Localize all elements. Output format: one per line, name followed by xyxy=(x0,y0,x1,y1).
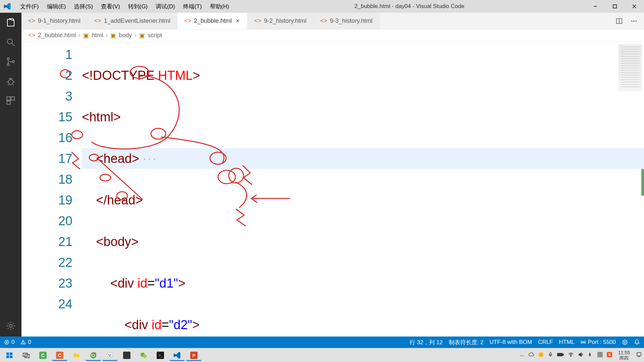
menu-go[interactable]: 转到(G) xyxy=(124,1,152,12)
start-button[interactable] xyxy=(2,350,17,361)
extensions-icon[interactable] xyxy=(5,95,17,107)
tab-9-1-history[interactable]: <> 9-1_history.html xyxy=(21,13,88,29)
status-warnings[interactable]: 0 xyxy=(20,339,31,346)
svg-point-18 xyxy=(636,20,637,22)
status-tab-size[interactable]: 制表符长度: 2 xyxy=(449,339,484,346)
explorer-icon[interactable] xyxy=(5,17,17,29)
tray-notifications-icon[interactable] xyxy=(636,352,642,359)
breadcrumb-html[interactable]: html xyxy=(92,32,103,39)
status-live-server[interactable]: Port : 5500 xyxy=(581,339,616,346)
status-cursor-position[interactable]: 行 32，列 12 xyxy=(410,339,442,346)
file-explorer-icon[interactable] xyxy=(69,350,84,361)
menu-selection[interactable]: 选择(S) xyxy=(70,1,97,12)
wechat-icon[interactable] xyxy=(136,350,151,361)
breadcrumb-script[interactable]: script xyxy=(148,32,162,39)
debug-icon[interactable] xyxy=(5,75,17,87)
svg-point-8 xyxy=(12,61,14,63)
svg-point-6 xyxy=(7,58,9,60)
menu-debug[interactable]: 调试(D) xyxy=(152,1,179,12)
folded-indicator[interactable]: ··· xyxy=(143,152,158,166)
svg-text:C: C xyxy=(41,353,45,358)
more-actions-icon[interactable] xyxy=(629,16,639,26)
svg-point-13 xyxy=(9,324,12,327)
search-icon[interactable] xyxy=(5,36,17,48)
paint-icon[interactable] xyxy=(103,350,117,361)
symbol-icon: ▣ xyxy=(83,32,89,39)
scrollbar-thumb[interactable] xyxy=(641,169,644,196)
tray-volume-icon[interactable] xyxy=(578,352,584,359)
status-bar: 0 0 行 32，列 12 制表符长度: 2 UTF-8 with BOM CR… xyxy=(0,337,644,348)
code-area[interactable]: <!DOCTYPE HTML> <html> <head> ··· </head… xyxy=(82,44,644,337)
breadcrumb-body[interactable]: body xyxy=(119,32,132,39)
svg-point-50 xyxy=(92,354,94,356)
svg-rect-42 xyxy=(23,353,28,356)
breadcrumb-file[interactable]: 2_bubble.html xyxy=(38,32,76,39)
menu-edit[interactable]: 编辑(E) xyxy=(43,1,70,12)
status-encoding[interactable]: UTF-8 with BOM xyxy=(490,339,532,346)
svg-rect-41 xyxy=(10,355,12,358)
title-bar: 文件(F) 编辑(E) 选择(S) 查看(V) 转到(G) 调试(D) 终端(T… xyxy=(0,0,644,13)
camtasia-icon[interactable]: C xyxy=(36,350,50,361)
app-dark-icon[interactable] xyxy=(119,350,134,361)
settings-gear-icon[interactable] xyxy=(5,320,17,332)
minimap[interactable] xyxy=(619,44,642,91)
maximize-button[interactable] xyxy=(605,0,625,13)
tray-sogou-icon[interactable]: S xyxy=(607,352,612,358)
svg-rect-10 xyxy=(7,97,10,100)
task-view-icon[interactable] xyxy=(19,350,34,361)
menu-help[interactable]: 帮助(H) xyxy=(206,1,233,12)
svg-point-52 xyxy=(108,354,110,355)
close-icon[interactable]: ✕ xyxy=(234,18,240,24)
tray-wifi-icon[interactable] xyxy=(568,352,574,359)
tab-2-bubble[interactable]: <> 2_bubble.html ✕ xyxy=(177,13,248,29)
menu-file[interactable]: 文件(F) xyxy=(16,1,43,12)
tray-app-icon[interactable] xyxy=(538,352,544,358)
svg-rect-11 xyxy=(11,97,14,100)
status-notifications-icon[interactable] xyxy=(634,339,640,345)
tray-cloud-icon[interactable] xyxy=(528,352,534,359)
svg-text:P: P xyxy=(193,353,196,358)
menu-terminal[interactable]: 终端(T) xyxy=(179,1,206,12)
vscode-taskbar-icon[interactable] xyxy=(170,350,184,361)
breadcrumb[interactable]: <> 2_bubble.html › ▣ html › ▣ body › ▣ s… xyxy=(21,29,644,42)
status-eol[interactable]: CRLF xyxy=(538,339,553,346)
symbol-icon: ▣ xyxy=(110,32,116,39)
tray-power-icon[interactable] xyxy=(588,352,593,359)
status-language[interactable]: HTML xyxy=(559,339,575,346)
chevron-right-icon: › xyxy=(78,32,80,39)
svg-point-16 xyxy=(631,20,633,22)
tray-mic-icon[interactable] xyxy=(548,352,553,359)
close-button[interactable] xyxy=(625,0,644,13)
svg-point-34 xyxy=(583,342,584,343)
camtasia2-icon[interactable]: C xyxy=(52,350,67,361)
symbol-icon: ▣ xyxy=(139,32,145,39)
taskbar-clock[interactable]: 11:55 周四 xyxy=(616,350,632,361)
svg-rect-1 xyxy=(613,5,616,8)
editor[interactable]: 1 2 3 15 16 17 18 19 20 21 22 23 24 <!DO… xyxy=(21,42,644,337)
svg-rect-38 xyxy=(6,352,9,355)
menu-view[interactable]: 查看(V) xyxy=(97,1,124,12)
status-feedback-icon[interactable] xyxy=(622,339,628,345)
tray-battery-icon[interactable] xyxy=(557,352,564,358)
svg-point-7 xyxy=(7,64,9,66)
tab-9-3-history[interactable]: <> 9-3_history.html xyxy=(314,13,380,29)
split-editor-icon[interactable] xyxy=(614,16,624,26)
svg-rect-65 xyxy=(563,354,564,355)
powerpoint-icon[interactable]: P xyxy=(186,350,201,361)
tab-1-addEventListener[interactable]: <> 1_addEventListener.html xyxy=(88,13,177,29)
tray-app2-icon[interactable] xyxy=(597,352,603,358)
vscode-logo-icon xyxy=(3,2,11,10)
svg-rect-43 xyxy=(25,354,29,358)
minimize-button[interactable] xyxy=(586,0,605,13)
status-errors[interactable]: 0 xyxy=(4,339,14,346)
line-number-gutter: 1 2 3 15 16 17 18 19 20 21 22 23 24 xyxy=(21,44,82,337)
terminal-icon[interactable]: >_ xyxy=(153,350,168,361)
tab-9-2-history[interactable]: <> 9-2_history.html xyxy=(248,13,314,29)
svg-rect-55 xyxy=(123,352,130,359)
tab-label: 9-3_history.html xyxy=(330,17,373,24)
scm-icon[interactable] xyxy=(5,56,17,68)
html-file-icon: <> xyxy=(184,17,191,24)
html-file-icon: <> xyxy=(320,17,327,24)
chrome-icon[interactable] xyxy=(86,350,101,361)
tray-chevron-up-icon[interactable]: ︿ xyxy=(520,352,524,358)
